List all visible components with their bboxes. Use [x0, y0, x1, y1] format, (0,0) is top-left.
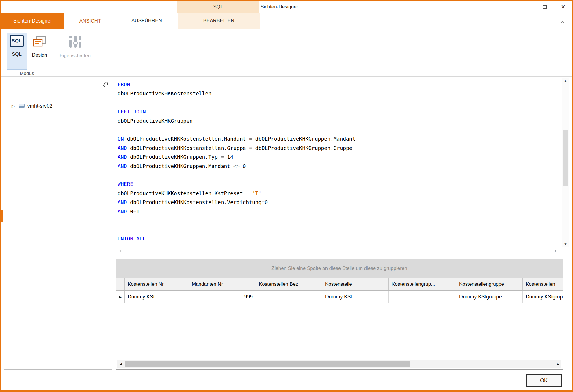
scroll-up-button[interactable]: ▲ — [562, 79, 569, 83]
column-header[interactable]: Kostenstellen — [523, 278, 563, 290]
grid-cell[interactable]: Dummy KStgruppe — [456, 291, 523, 303]
code-line: FROM — [118, 80, 561, 89]
window-title: Sichten-Designer — [261, 1, 298, 13]
code-line: AND dbOLProductiveKHKGruppen.Typ = 14 — [118, 152, 561, 161]
grid-cell[interactable]: Dummy KSt — [322, 291, 389, 303]
properties-icon — [69, 36, 81, 48]
sichten-designer-window: SQL Sichten-Designer ✕ Sichten-Designer … — [0, 0, 573, 392]
column-header[interactable]: Kostenstellen Bez — [256, 278, 322, 290]
tab-ausfuehren[interactable]: AUSFÜHREN — [116, 13, 178, 29]
column-header[interactable]: Kostenstelle — [322, 278, 389, 290]
contextual-group-label: SQL — [213, 4, 223, 10]
column-header[interactable]: Kostenstellen Nr — [125, 278, 189, 290]
code-line: ON dbOLProductiveKHKKostenstellen.Mandan… — [118, 134, 561, 143]
code-line: AND dbOLProductiveKHKGruppen.Mandant <> … — [118, 162, 561, 171]
maximize-button[interactable] — [540, 3, 549, 11]
tree-item-label: vmht-srv02 — [27, 103, 53, 109]
maximize-icon — [543, 5, 547, 9]
grid-cell[interactable] — [389, 291, 456, 303]
search-icon — [104, 82, 108, 85]
code-line: WHERE — [118, 180, 561, 188]
eigenschaften-button: Eigenschaften — [53, 33, 97, 70]
chevron-up-icon — [561, 21, 565, 25]
minimize-button[interactable] — [522, 3, 531, 11]
database-icon — [19, 103, 25, 109]
grid-cell[interactable] — [256, 291, 322, 303]
sql-mode-button[interactable]: SQL SQL — [7, 33, 27, 70]
code-line — [118, 225, 561, 234]
sql-icon: SQL — [10, 35, 24, 47]
code-line: dbOLProductiveKHKKostenstellen — [118, 89, 561, 98]
group-separator — [102, 31, 102, 74]
tab-sql-bearbeiten[interactable]: BEARBEITEN — [178, 13, 260, 29]
scroll-right-button[interactable]: ► — [555, 360, 561, 368]
code-line — [118, 171, 561, 180]
code-line: dbOLProductiveKHKKostenstellen.KstPreset… — [118, 189, 561, 198]
grid-data-row[interactable]: ▶Dummy KSt999Dummy KStDummy KStgruppeDum… — [116, 291, 563, 303]
row-selector[interactable]: ▶ — [116, 291, 125, 303]
tree-item-server[interactable]: ▷ vmht-srv02 — [4, 102, 112, 110]
search-box[interactable] — [4, 78, 112, 91]
contextual-tab-group-header: SQL — [177, 1, 259, 13]
sql-button-label: SQL — [12, 51, 22, 57]
window-controls: ✕ — [522, 1, 568, 13]
group-by-area[interactable]: Ziehen Sie eine Spalte an diese Stelle u… — [116, 259, 563, 278]
code-line — [118, 125, 561, 134]
code-line: AND dbOLProductiveKHKKostenstellen.Grupp… — [118, 143, 561, 152]
grid-cell[interactable]: Dummy KStgruppe — [523, 291, 563, 303]
ribbon-tab-row: Sichten-Designer ANSICHT AUSFÜHREN BEARB… — [1, 13, 572, 29]
server-tree: ▷ vmht-srv02 — [4, 91, 112, 110]
ribbon-content: SQL SQL Design Eigenschaften Modus — [1, 29, 572, 77]
column-header[interactable]: Kostenstellengrup... — [389, 278, 456, 290]
sql-code[interactable]: FROMdbOLProductiveKHKKostenstellen LEFT … — [116, 80, 561, 246]
column-header[interactable]: Mandanten Nr — [189, 278, 256, 290]
scroll-left-button[interactable]: ◄ — [117, 360, 124, 368]
tab-ansicht[interactable]: ANSICHT — [65, 13, 115, 29]
code-line — [118, 216, 561, 225]
modus-group-label: Modus — [1, 71, 53, 76]
grid-cell[interactable]: Dummy KSt — [125, 291, 189, 303]
grid-header-row: Kostenstellen NrMandanten NrKostenstelle… — [116, 278, 563, 291]
design-mode-button[interactable]: Design — [28, 33, 51, 70]
file-menu-button[interactable]: Sichten-Designer — [1, 13, 64, 29]
collapse-ribbon-button[interactable] — [559, 19, 566, 25]
editor-horizontal-scrollbar[interactable]: ◄ ► — [116, 247, 561, 255]
vertical-scrollbar[interactable]: ▲ ▼ — [562, 78, 569, 247]
minimize-icon — [524, 7, 529, 7]
expander-icon[interactable]: ▷ — [12, 104, 15, 108]
current-row-icon: ▶ — [119, 295, 122, 299]
vertical-scrollbar-thumb[interactable] — [563, 130, 568, 186]
sidebar: ▷ vmht-srv02 — [4, 78, 112, 370]
code-line: UNION ALL — [118, 234, 561, 243]
code-line: AND 0=1 — [118, 207, 561, 216]
code-line: AND dbOLProductiveKHKKostenstellen.Verdi… — [118, 198, 561, 207]
grid-cell[interactable]: 999 — [189, 291, 256, 303]
close-button[interactable]: ✕ — [559, 3, 568, 11]
code-line — [118, 98, 561, 107]
design-button-label: Design — [32, 52, 47, 58]
scroll-left-button[interactable]: ◄ — [118, 249, 122, 253]
results-grid: Ziehen Sie eine Spalte an diese Stelle u… — [116, 259, 563, 370]
code-line: LEFT JOIN — [118, 107, 561, 116]
sql-editor[interactable]: FROMdbOLProductiveKHKKostenstellen LEFT … — [116, 78, 569, 255]
scroll-right-button[interactable]: ► — [554, 249, 558, 253]
bottom-accent-bar — [1, 390, 572, 391]
eigenschaften-button-label: Eigenschaften — [59, 53, 91, 59]
ok-button[interactable]: OK — [526, 374, 562, 387]
design-icon — [33, 35, 46, 48]
grid-horizontal-scrollbar[interactable]: ◄ ► — [117, 360, 561, 368]
row-selector-header — [116, 278, 125, 290]
column-header[interactable]: Kostenstellengruppe — [456, 278, 523, 290]
scroll-down-button[interactable]: ▼ — [562, 242, 569, 246]
horizontal-scrollbar-thumb[interactable] — [125, 361, 410, 367]
code-line: dbOLProductiveKHKGruppen — [118, 116, 561, 125]
close-icon: ✕ — [561, 4, 565, 10]
left-edge-accent-tab — [1, 210, 3, 222]
titlebar: SQL Sichten-Designer ✕ — [1, 1, 572, 13]
